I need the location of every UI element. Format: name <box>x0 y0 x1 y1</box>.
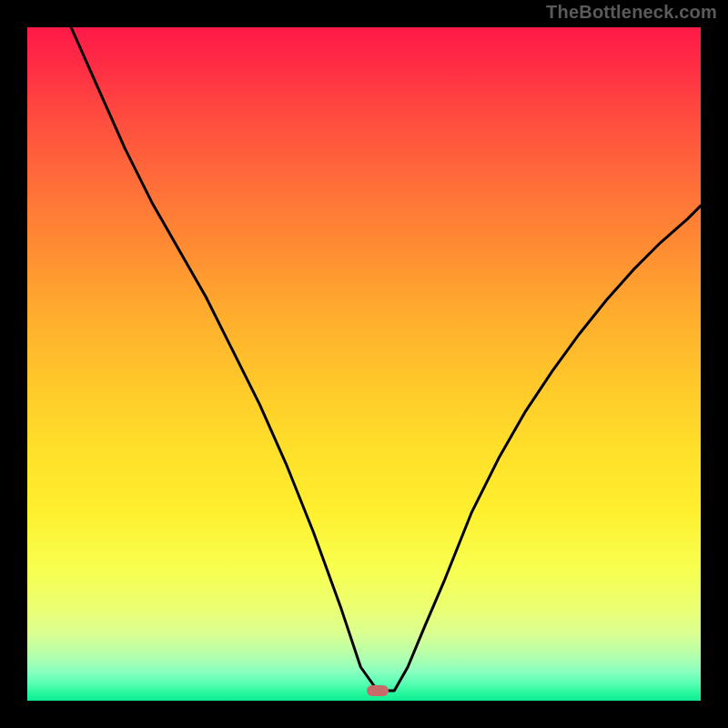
bottleneck-curve <box>71 27 701 691</box>
optimal-marker <box>367 685 389 696</box>
watermark-text: TheBottleneck.com <box>546 2 717 23</box>
plot-area <box>27 27 701 701</box>
curve-svg <box>27 27 701 701</box>
stage: TheBottleneck.com <box>0 0 728 728</box>
